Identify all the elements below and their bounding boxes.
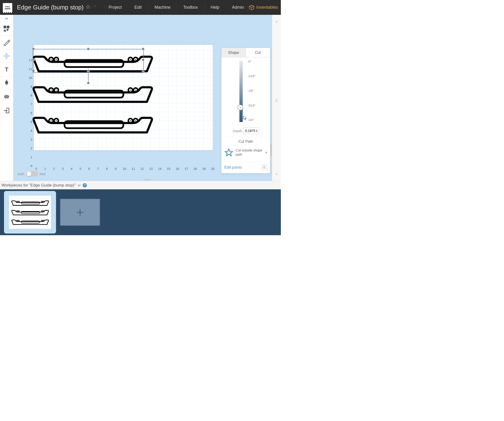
y-tick: 3 xyxy=(28,138,32,147)
panel-resize-handle[interactable] xyxy=(144,179,151,180)
x-tick: 16 xyxy=(173,167,182,170)
x-tick: 3 xyxy=(58,167,67,170)
menu-edit[interactable]: Edit xyxy=(132,3,144,12)
inspector-panel: Shape Cut -0" -1/16" -1/8" -3/16" -1/4" … xyxy=(221,48,270,173)
favorite-star-icon[interactable] xyxy=(86,5,90,10)
x-tick: 7 xyxy=(94,167,103,170)
loading-spinner-icon xyxy=(92,5,96,10)
svg-rect-45 xyxy=(87,82,90,84)
y-tick: 6 xyxy=(28,111,32,120)
edit-points-shortcut: E xyxy=(262,165,267,170)
svg-point-22 xyxy=(7,95,8,96)
depth-tick-2: -1/8" xyxy=(247,89,254,93)
project-title[interactable]: Edge Guide (bump stop) xyxy=(17,4,84,11)
x-tick: 11 xyxy=(129,167,138,170)
menu-toolbox[interactable]: Toolbox xyxy=(180,3,201,12)
pen-tool[interactable] xyxy=(0,35,13,49)
svg-marker-10 xyxy=(249,5,254,7)
x-tick: 15 xyxy=(164,167,173,170)
text-tool[interactable]: T xyxy=(0,63,13,76)
pro-badge: PRO xyxy=(3,3,12,12)
inspector-tabs: Shape Cut xyxy=(222,48,270,57)
svg-point-1 xyxy=(94,5,95,6)
svg-point-6 xyxy=(93,7,94,8)
svg-text:T: T xyxy=(5,66,8,73)
cut-outside-icon xyxy=(224,148,233,157)
svg-rect-40 xyxy=(142,58,144,61)
x-tick: 8 xyxy=(102,167,111,170)
workspace: T xyxy=(0,15,281,181)
preview-scrollbar[interactable] xyxy=(270,144,272,156)
y-tick: 8 xyxy=(28,94,32,103)
chevron-down-icon[interactable]: ▾ xyxy=(265,150,267,155)
svg-rect-36 xyxy=(32,48,35,50)
depth-tick-4: -1/4" xyxy=(247,118,254,122)
svg-rect-37 xyxy=(87,48,90,50)
x-tick: 14 xyxy=(155,167,164,170)
unit-inch-label: inch xyxy=(18,172,24,176)
mouse-cursor-icon xyxy=(243,116,247,120)
depth-label: Depth xyxy=(233,129,242,133)
apps-tool[interactable] xyxy=(0,76,13,90)
depth-slider-track[interactable] xyxy=(240,61,243,122)
brand-link[interactable]: Inventables xyxy=(249,5,278,10)
crosshair-tool[interactable] xyxy=(0,49,13,63)
workpieces-tray xyxy=(0,189,281,235)
unit-mm-label: mm xyxy=(40,172,46,176)
y-tick: 7 xyxy=(28,103,32,111)
easel-icon xyxy=(5,8,10,9)
edit-points-section: Edit points E xyxy=(222,162,270,173)
x-tick: 4 xyxy=(67,167,76,170)
depth-slider-handle[interactable] xyxy=(238,105,243,110)
svg-rect-38 xyxy=(142,48,144,50)
y-tick: 5 xyxy=(28,120,32,129)
tab-shape[interactable]: Shape xyxy=(222,48,246,57)
cut-path-label: Cut outside shape path xyxy=(236,148,263,157)
collapse-toolbar-button[interactable] xyxy=(0,15,13,22)
svg-rect-39 xyxy=(32,58,35,61)
blocks-tool[interactable] xyxy=(0,90,13,104)
menu-admin[interactable]: Admin xyxy=(229,3,247,12)
workpiece-thumbnail-1[interactable] xyxy=(5,192,55,233)
workpieces-help-icon[interactable]: ? xyxy=(83,183,87,187)
workpieces-header[interactable]: Workpieces for "Edge Guide (bump stop)" … xyxy=(0,181,281,189)
main-menu: Project Edit Machine Toolbox Help Admin xyxy=(106,3,247,12)
menu-help[interactable]: Help xyxy=(208,3,222,12)
unit-toggle[interactable]: inch mm xyxy=(18,171,46,177)
ruler-y: 12 11 10 9 8 7 6 5 4 3 2 1 0 xyxy=(28,58,32,173)
svg-point-8 xyxy=(93,6,94,6)
menu-machine[interactable]: Machine xyxy=(152,3,173,12)
svg-point-3 xyxy=(96,6,96,7)
y-tick: 11 xyxy=(28,67,32,76)
svg-rect-41 xyxy=(32,70,35,72)
unit-toggle-switch[interactable] xyxy=(26,171,38,177)
sidebar-drag-handle[interactable] xyxy=(276,99,278,102)
brand-label: Inventables xyxy=(256,5,278,10)
y-tick: 1 xyxy=(28,155,32,164)
add-workpiece-button[interactable] xyxy=(60,199,100,226)
expand-bottom-panel[interactable]: « xyxy=(273,170,280,179)
depth-slider[interactable]: -0" -1/16" -1/8" -3/16" -1/4" xyxy=(222,57,270,126)
x-tick: 1 xyxy=(41,167,50,170)
x-tick: 18 xyxy=(191,167,200,170)
cut-path-header: Cut Path xyxy=(222,137,270,146)
shapes-tool[interactable] xyxy=(0,22,13,35)
svg-rect-42 xyxy=(87,70,90,72)
import-tool[interactable] xyxy=(0,104,13,117)
cut-path-selector[interactable]: Cut outside shape path ▾ xyxy=(222,146,270,160)
depth-input[interactable] xyxy=(244,128,259,134)
menu-project[interactable]: Project xyxy=(106,3,125,12)
plus-icon xyxy=(75,207,85,217)
y-tick: 12 xyxy=(28,58,32,67)
workpieces-collapse-icon[interactable] xyxy=(78,183,81,188)
x-tick: 20 xyxy=(208,167,217,170)
svg-point-15 xyxy=(6,56,7,56)
left-toolbar: T xyxy=(0,15,13,181)
expand-3d-preview[interactable]: » xyxy=(273,17,280,26)
svg-point-4 xyxy=(95,7,96,8)
top-menubar: PRO Edge Guide (bump stop) Project Edit … xyxy=(0,0,281,15)
edit-points-button[interactable]: Edit points xyxy=(224,165,242,170)
depth-tick-3: -3/16" xyxy=(247,104,255,107)
tab-cut[interactable]: Cut xyxy=(246,48,270,57)
x-tick: 12 xyxy=(138,167,147,170)
